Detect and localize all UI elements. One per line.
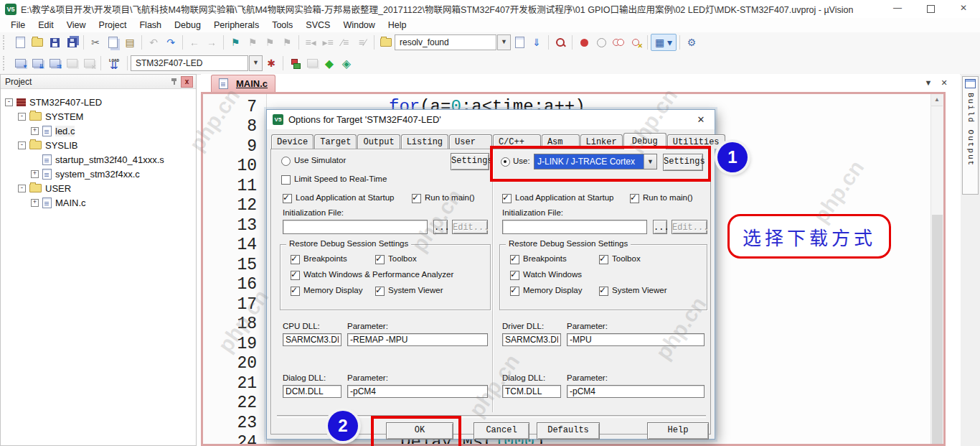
tree-item-file[interactable]: startup_stm32f40_41xxx.s [1, 152, 164, 167]
toolbox-checkbox-right[interactable] [599, 255, 608, 264]
expander-icon[interactable]: - [18, 185, 26, 192]
init-file-input-right[interactable] [502, 220, 647, 234]
nav-back-icon[interactable]: ← [186, 34, 203, 50]
manage-components-icon[interactable] [286, 55, 303, 71]
tree-item-file[interactable]: + system_stm32f4xx.c [1, 167, 140, 181]
dialog-close-icon[interactable]: ✕ [694, 113, 707, 126]
menu-file[interactable]: File [4, 18, 32, 32]
minimize-icon[interactable]: — [881, 0, 914, 18]
stop-build-icon[interactable]: ✕ [80, 55, 98, 71]
batch-build-icon[interactable] [63, 55, 80, 71]
dialog-dll-input-left[interactable] [283, 385, 341, 398]
bookmark-next-icon[interactable]: ⚑ [261, 34, 278, 50]
find-in-files-icon[interactable] [511, 34, 528, 50]
driver-param-input[interactable] [567, 333, 705, 346]
expander-icon[interactable]: + [31, 199, 39, 207]
magic-wand-icon[interactable]: ✱ [263, 55, 280, 71]
breakpoints-checkbox-left[interactable] [291, 255, 300, 264]
system-viewer-checkbox-left[interactable] [375, 287, 385, 296]
watch-windows-checkbox-left[interactable] [291, 271, 300, 280]
incremental-find-icon[interactable]: ⇓ [528, 34, 545, 50]
load-app-checkbox-right[interactable] [502, 194, 512, 203]
undo-icon[interactable]: ↶ [145, 34, 162, 50]
open-folder-icon[interactable] [29, 34, 46, 50]
tree-item-file[interactable]: + led.c [1, 124, 75, 138]
tree-item-target[interactable]: - STM32F407-LED [1, 95, 102, 109]
menu-flash[interactable]: Flash [133, 18, 168, 32]
new-file-icon[interactable] [11, 34, 29, 50]
menu-debug[interactable]: Debug [168, 18, 207, 32]
nav-forward-icon[interactable]: → [203, 34, 220, 50]
paste-icon[interactable]: ▤ [121, 34, 138, 50]
menu-peripherals[interactable]: Peripherals [207, 18, 265, 32]
pack-installer-icon[interactable]: ◈ [338, 55, 355, 71]
breakpoint-disable-icon[interactable] [593, 34, 610, 50]
tree-item-group[interactable]: - SYSLIB [1, 138, 78, 152]
dialog-param-input-left[interactable] [347, 385, 488, 398]
tab-list-chevron-icon[interactable]: ▼ [923, 77, 934, 88]
expander-icon[interactable]: + [31, 170, 39, 178]
cut-icon[interactable]: ✂ [87, 34, 104, 50]
breakpoints-checkbox-right[interactable] [510, 255, 519, 264]
bookmark-prev-icon[interactable]: ⚑ [244, 34, 261, 50]
expander-icon[interactable]: + [31, 127, 39, 135]
breakpoints-kill-all-icon[interactable]: ✕ [627, 34, 644, 50]
breakpoint-toggle-icon[interactable] [575, 34, 593, 50]
system-viewer-checkbox-right[interactable] [599, 287, 608, 296]
edit-button-right[interactable]: Edit... [672, 220, 707, 234]
expander-icon[interactable]: - [18, 141, 26, 149]
target-select-arrow-icon[interactable]: ▼ [249, 55, 263, 71]
editor-tab-main-c[interactable]: MAIN.c [211, 75, 275, 92]
indent-left-icon[interactable]: ≡◂ [302, 34, 319, 50]
run-to-main-checkbox-right[interactable] [630, 194, 639, 203]
load-app-checkbox-left[interactable] [283, 194, 292, 203]
rebuild-icon[interactable]: ⇉ [46, 55, 63, 71]
redo-icon[interactable]: ↷ [162, 34, 179, 50]
find-scope-icon[interactable] [377, 34, 395, 50]
menu-edit[interactable]: Edit [32, 18, 60, 32]
target-select[interactable]: STM32F407-LED [131, 55, 248, 71]
tab-device[interactable]: Device [271, 134, 314, 149]
find-icon[interactable] [552, 34, 569, 50]
tree-item-group[interactable]: - USER [1, 181, 71, 195]
build-icon[interactable]: ⇊ [29, 55, 46, 71]
tab-user[interactable]: User [449, 134, 492, 149]
menu-tools[interactable]: Tools [265, 18, 299, 32]
pin-icon[interactable] [171, 78, 178, 85]
memory-display-checkbox-right[interactable] [510, 287, 519, 296]
toolbox-checkbox-left[interactable] [375, 255, 385, 264]
simulator-settings-button[interactable]: Settings [451, 153, 489, 170]
dialog-param-input-right[interactable] [567, 385, 705, 398]
memory-display-checkbox-left[interactable] [291, 287, 300, 296]
browse-button-right[interactable]: ... [653, 220, 667, 234]
tree-item-file[interactable]: + MAIN.c [1, 195, 86, 210]
configure-icon[interactable]: ⚙ [683, 34, 700, 50]
menu-help[interactable]: Help [382, 18, 413, 32]
run-to-main-checkbox-left[interactable] [412, 194, 421, 203]
bookmarks-clear-icon[interactable]: ⚑ [278, 34, 296, 50]
build-output-tab[interactable]: Build Output [962, 76, 979, 195]
browse-button-left[interactable]: ... [433, 220, 448, 234]
init-file-input-left[interactable] [283, 220, 428, 234]
tab-listing[interactable]: Listing [401, 134, 448, 149]
translate-icon[interactable]: ▾ [11, 55, 29, 71]
expander-icon[interactable]: - [5, 98, 13, 106]
comment-icon[interactable]: ∕≡ [336, 34, 354, 50]
dialog-title-bar[interactable]: V5 Options for Target 'STM32F407-LED' ✕ [267, 110, 715, 129]
defaults-button[interactable]: Defaults [537, 422, 600, 440]
driver-dll-input[interactable] [502, 333, 561, 346]
editor-scrollbar[interactable]: ▲ [930, 94, 943, 444]
expander-icon[interactable]: - [18, 113, 26, 121]
scroll-up-icon[interactable]: ▲ [931, 94, 943, 106]
tab-output[interactable]: Output [357, 134, 400, 149]
restore-icon[interactable] [914, 0, 947, 18]
breakpoints-enable-all-icon[interactable] [610, 34, 627, 50]
dialog-dll-input-right[interactable] [502, 385, 561, 398]
menu-view[interactable]: View [60, 18, 93, 32]
menu-project[interactable]: Project [93, 18, 133, 32]
tree-item-group[interactable]: - SYSTEM [1, 109, 83, 124]
search-combo[interactable]: resolv_found [395, 34, 496, 50]
close-icon[interactable]: ✕ [947, 0, 980, 18]
watch-windows-checkbox-right[interactable] [510, 271, 519, 280]
edit-button-left[interactable]: Edit... [452, 220, 488, 234]
